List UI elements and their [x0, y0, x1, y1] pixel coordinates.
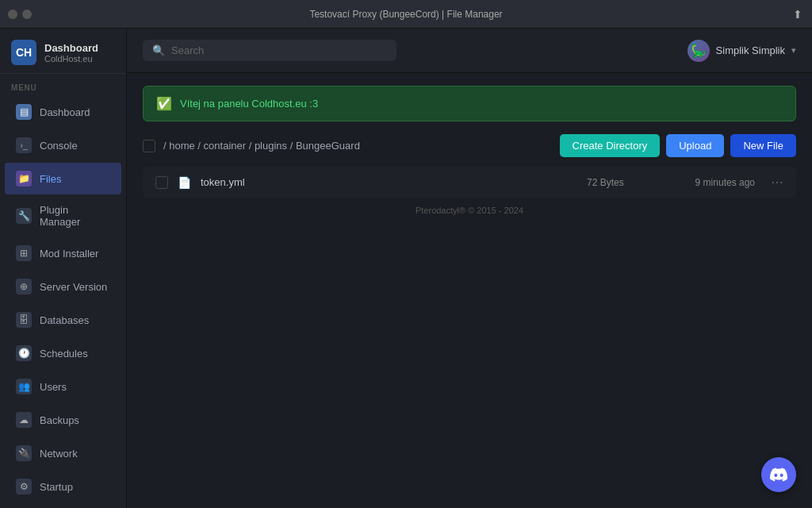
sidebar-item-console[interactable]: ›_ Console	[5, 129, 121, 161]
discord-button[interactable]	[761, 457, 796, 492]
user-area[interactable]: 🦕 Simplik Simplik ▾	[688, 40, 796, 62]
sidebar-label-version: Server Version	[40, 281, 107, 293]
sidebar-label-network: Network	[40, 448, 78, 460]
logo-subtitle: ColdHost.eu	[44, 54, 98, 64]
sidebar-label-plugins: Plugin Manager	[40, 204, 110, 228]
logo-icon: CH	[11, 40, 36, 65]
forward-btn[interactable]	[22, 10, 32, 19]
dashboard-icon: ▤	[16, 104, 32, 120]
files-icon: 📁	[16, 171, 32, 187]
sidebar-label-files: Files	[40, 173, 61, 185]
table-row[interactable]: 📄 token.yml 72 Bytes 9 minutes ago ⋯	[143, 167, 796, 198]
sidebar-item-mod-installer[interactable]: ⊞ Mod Installer	[5, 237, 121, 269]
network-icon: 🔌	[16, 445, 32, 461]
sidebar-item-plugin-manager[interactable]: 🔧 Plugin Manager	[5, 196, 121, 236]
topbar: 🔍 🦕 Simplik Simplik ▾	[127, 29, 812, 73]
users-icon: 👥	[16, 379, 32, 394]
version-icon: ⊕	[16, 279, 32, 294]
db-icon: 🗄	[16, 312, 32, 328]
file-area: ✅ Vítej na panelu Coldhost.eu :3 / home …	[127, 73, 812, 508]
discord-icon	[770, 466, 787, 483]
plugin-icon: 🔧	[16, 208, 32, 224]
upload-button[interactable]: Upload	[666, 134, 724, 157]
logo-text: Dashboard ColdHost.eu	[44, 42, 98, 64]
welcome-banner: ✅ Vítej na panelu Coldhost.eu :3	[143, 86, 796, 121]
sidebar-label-mods: Mod Installer	[40, 248, 98, 260]
menu-label: MENU	[0, 74, 126, 95]
schedules-icon: 🕐	[16, 345, 32, 361]
logo-title: Dashboard	[44, 42, 98, 54]
sidebar-label-backups: Backups	[40, 414, 79, 426]
search-box[interactable]: 🔍	[143, 40, 396, 61]
sidebar-item-dashboard[interactable]: ▤ Dashboard	[5, 96, 121, 128]
file-size: 72 Bytes	[587, 177, 650, 188]
sidebar-label-users: Users	[40, 381, 67, 393]
mod-icon: ⊞	[16, 245, 32, 261]
chevron-down-icon: ▾	[791, 45, 796, 56]
sidebar-label-startup: Startup	[40, 481, 73, 493]
file-context-menu-icon[interactable]: ⋯	[771, 175, 783, 190]
file-toolbar: / home / container / plugins / BungeeGua…	[143, 134, 796, 157]
back-btn[interactable]	[8, 10, 17, 19]
sidebar: CH Dashboard ColdHost.eu MENU ▤ Dashboar…	[0, 29, 127, 508]
file-modified: 9 minutes ago	[660, 177, 755, 188]
new-file-button[interactable]: New File	[730, 134, 796, 157]
app-body: CH Dashboard ColdHost.eu MENU ▤ Dashboar…	[0, 29, 812, 508]
sidebar-item-databases[interactable]: 🗄 Databases	[5, 304, 121, 336]
file-list: 📄 token.yml 72 Bytes 9 minutes ago ⋯	[143, 167, 796, 198]
titlebar: Testovací Proxy (BungeeCord) | File Mana…	[0, 0, 812, 29]
current-path: / home / container / plugins / BungeeGua…	[163, 140, 360, 152]
share-icon[interactable]: ⬆	[793, 8, 802, 21]
file-type-icon: 📄	[178, 176, 191, 189]
window-title: Testovací Proxy (BungeeCord) | File Mana…	[309, 9, 502, 20]
footer: Pterodactyl® © 2015 - 2024	[143, 198, 796, 223]
sidebar-label-dashboard: Dashboard	[40, 106, 90, 118]
create-directory-button[interactable]: Create Directory	[560, 134, 661, 157]
file-checkbox[interactable]	[155, 176, 168, 189]
sidebar-label-console: Console	[40, 140, 78, 152]
sidebar-label-databases: Databases	[40, 314, 89, 326]
sidebar-item-backups[interactable]: ☁ Backups	[5, 404, 121, 436]
sidebar-logo: CH Dashboard ColdHost.eu	[0, 29, 126, 74]
user-name: Simplik Simplik	[716, 44, 785, 56]
startup-icon: ⚙	[16, 479, 32, 495]
select-all-checkbox[interactable]	[143, 140, 155, 152]
sidebar-item-schedules[interactable]: 🕐 Schedules	[5, 337, 121, 369]
main-content: 🔍 🦕 Simplik Simplik ▾ ✅ Vítej na panelu …	[127, 29, 812, 508]
sidebar-item-users[interactable]: 👥 Users	[5, 371, 121, 402]
checkmark-icon: ✅	[156, 96, 172, 111]
sidebar-label-schedules: Schedules	[40, 348, 88, 360]
toolbar-buttons: Create Directory Upload New File	[560, 134, 796, 157]
search-input[interactable]	[171, 44, 387, 56]
breadcrumb: / home / container / plugins / BungeeGua…	[143, 140, 360, 152]
sidebar-item-startup[interactable]: ⚙ Startup	[5, 471, 121, 502]
copyright-text: Pterodactyl® © 2015 - 2024	[416, 206, 523, 215]
sidebar-item-network[interactable]: 🔌 Network	[5, 437, 121, 469]
avatar: 🦕	[688, 40, 710, 62]
console-icon: ›_	[16, 137, 32, 153]
sidebar-item-files[interactable]: 📁 Files	[5, 163, 121, 194]
sidebar-item-server-version[interactable]: ⊕ Server Version	[5, 271, 121, 302]
banner-message: Vítej na panelu Coldhost.eu :3	[180, 98, 318, 110]
window-controls	[8, 10, 32, 19]
file-name: token.yml	[201, 176, 577, 188]
search-icon: 🔍	[152, 44, 165, 56]
backups-icon: ☁	[16, 412, 32, 428]
